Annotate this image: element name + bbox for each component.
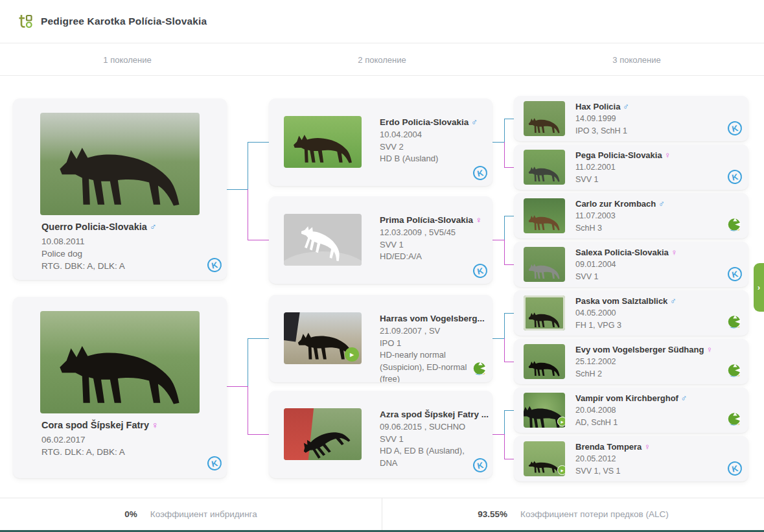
dog-titles: SVV 1 <box>575 174 728 186</box>
page-header: Pedigree Karotka Polícia-Slovakia <box>0 0 764 43</box>
connector-line <box>248 142 269 143</box>
dog-photo[interactable] <box>524 198 565 233</box>
dog-titles: IPO 3, SchH 1 <box>575 125 728 137</box>
connector-line <box>504 119 514 119</box>
pedigree-card-harras[interactable]: ▶ Harras vom Vogelsberg... 21.09.2007 , … <box>269 295 492 382</box>
k-database-badge-icon[interactable]: K <box>472 165 489 181</box>
dog-name[interactable]: Prima Polícia-Slovakia ♀ <box>380 215 483 225</box>
video-play-icon[interactable]: ▶ <box>557 417 565 426</box>
working-dog-badge-icon[interactable] <box>726 411 742 427</box>
pedigree-card-pega[interactable]: Pega Policia-Slovakia ♀ 11.02.2001 SVV 1… <box>514 145 748 190</box>
k-database-badge-icon[interactable]: K <box>726 120 743 137</box>
inbreeding-stat: 0% Коэффициент инбридинга <box>0 498 382 530</box>
connector-line <box>504 313 505 338</box>
dog-name[interactable]: Salexa Policia-Slovakia ♀ <box>575 248 728 257</box>
connector-line <box>504 216 514 216</box>
dog-info: Harras vom Vogelsberg... 21.09.2007 , SV… <box>380 314 483 382</box>
dog-photo[interactable] <box>284 408 362 460</box>
k-database-badge-icon[interactable]: K <box>206 257 223 273</box>
pedigree-card-paska[interactable]: Paska vom Salztalblick ♂ 04.05.2000 FH 1… <box>514 290 748 336</box>
expand-panel-tab[interactable]: › <box>754 263 764 312</box>
connector-line <box>492 338 504 339</box>
page-title: Pedigree Karotka Polícia-Slovakia <box>41 16 207 27</box>
dog-photo-placeholder[interactable] <box>284 214 362 266</box>
dog-name[interactable]: Azra spod Šípskej Fatry ... <box>380 410 483 419</box>
dog-photo[interactable]: ▶ <box>524 393 565 428</box>
dog-info: Carlo zur Krombach ♂ 11.07.2003 SchH 3 <box>575 199 728 235</box>
pedigree-card-vampir[interactable]: ▶ Vampir vom Kirchberghof ♂ 20.04.2008 A… <box>514 387 748 433</box>
dog-titles: SVV 1 <box>380 434 483 446</box>
k-database-badge-icon[interactable]: K <box>726 168 743 185</box>
pedigree-card-hax[interactable]: Hax Policia ♂ 14.09.1999 IPO 3, SchH 1 K <box>514 96 748 141</box>
dog-photo[interactable]: ▶ <box>284 312 362 364</box>
dog-name[interactable]: Hax Policia ♂ <box>575 102 728 111</box>
connector-line <box>504 313 514 314</box>
inbreeding-value: 0% <box>124 509 137 519</box>
pedigree-card-prima[interactable]: Prima Polícia-Slovakia ♀ 12.03.2009 , 5V… <box>269 196 492 284</box>
dog-photo[interactable] <box>524 101 565 136</box>
pedigree-card-cora[interactable]: Cora spod Šípskej Fatry ♀ 06.02.2017 RTG… <box>13 297 227 478</box>
pedigree-card-salexa[interactable]: Salexa Policia-Slovakia ♀ 09.01.2004 SVV… <box>514 242 748 287</box>
app-logo-icon[interactable] <box>18 14 32 29</box>
dog-photo[interactable] <box>40 113 200 215</box>
dog-photo[interactable]: ▶ <box>524 441 565 476</box>
working-dog-badge-icon[interactable] <box>472 361 487 376</box>
connector-line <box>227 189 248 190</box>
inbreeding-label: Коэффициент инбридинга <box>150 509 257 519</box>
connector-line <box>504 362 514 362</box>
dog-photo[interactable] <box>524 247 565 282</box>
female-gender-icon: ♀ <box>152 420 159 430</box>
video-play-icon[interactable]: ▶ <box>345 347 359 362</box>
working-dog-badge-icon[interactable] <box>726 363 742 378</box>
dog-name[interactable]: Erdo Policia-Slovakia ♂ <box>380 117 483 127</box>
pedigree-card-evy[interactable]: Evy vom Vogelsberger Südhang ♀ 25.12.200… <box>514 339 748 384</box>
dog-photo[interactable] <box>524 150 565 185</box>
pedigree-card-erdo[interactable]: Erdo Policia-Slovakia ♂ 10.04.2004 SVV 2… <box>269 98 492 186</box>
alc-label: Коэффициент потери предков (ALC) <box>520 509 669 519</box>
dog-info: Prima Polícia-Slovakia ♀ 12.03.2009 , 5V… <box>380 215 483 263</box>
dog-name[interactable]: Carlo zur Krombach ♂ <box>575 199 728 209</box>
dog-dob: 11.07.2003 <box>575 210 728 222</box>
dog-photo[interactable] <box>524 295 565 330</box>
pedigree-card-querro[interactable]: Querro Policia-Slovakia ♂ 10.08.2011 Pol… <box>13 98 227 280</box>
dog-titles: SVV 1, VS 1 <box>575 465 728 478</box>
male-gender-icon: ♂ <box>623 102 629 111</box>
dog-titles: SVV 2 <box>380 141 483 154</box>
male-gender-icon: ♂ <box>681 393 688 403</box>
pedigree-card-azra[interactable]: Azra spod Šípskej Fatry ... 09.06.2015 ,… <box>269 391 492 478</box>
dog-name[interactable]: Pega Policia-Slovakia ♀ <box>575 150 728 160</box>
dog-info: Brenda Tompera ♀ 20.05.2012 SVV 1, VS 1 <box>575 442 728 478</box>
dog-photo[interactable] <box>524 344 565 379</box>
dog-info: Vampir vom Kirchberghof ♂ 20.04.2008 AD,… <box>575 393 728 429</box>
dog-titles: SchH 2 <box>575 368 728 380</box>
female-gender-icon: ♀ <box>476 215 482 225</box>
dog-name[interactable]: Paska vom Salztalblick ♂ <box>575 296 728 306</box>
dog-name[interactable]: Brenda Tompera ♀ <box>575 442 728 452</box>
pedigree-card-brenda[interactable]: ▶ Brenda Tompera ♀ 20.05.2012 SVV 1, VS … <box>514 436 748 481</box>
dog-photo[interactable] <box>40 311 200 413</box>
dog-name[interactable]: Harras vom Vogelsberg... <box>380 314 483 323</box>
dog-name[interactable]: Cora spod Šípskej Fatry ♀ <box>41 420 201 430</box>
k-database-badge-icon[interactable]: K <box>726 460 743 477</box>
pedigree-card-carlo[interactable]: Carlo zur Krombach ♂ 11.07.2003 SchH 3 <box>514 193 748 238</box>
connector-line <box>504 119 505 142</box>
dog-name[interactable]: Querro Policia-Slovakia ♂ <box>41 222 201 232</box>
k-database-badge-icon[interactable]: K <box>206 455 223 472</box>
connector-line <box>504 410 505 434</box>
connector-line <box>492 142 504 143</box>
dog-dob: 10.04.2004 <box>380 129 483 141</box>
dog-info: Cora spod Šípskej Fatry ♀ 06.02.2017 RTG… <box>41 420 201 458</box>
working-dog-badge-icon[interactable] <box>726 314 742 330</box>
dog-name[interactable]: Evy vom Vogelsberger Südhang ♀ <box>575 345 728 354</box>
dog-photo[interactable] <box>284 116 362 168</box>
video-play-icon[interactable]: ▶ <box>557 465 565 475</box>
k-database-badge-icon[interactable]: K <box>472 262 489 279</box>
dog-dob: 20.04.2008 <box>575 404 728 417</box>
male-gender-icon: ♂ <box>150 222 157 232</box>
k-database-badge-icon[interactable]: K <box>726 266 743 283</box>
dog-health: RTG. DBK: A, DLK: A <box>41 260 201 272</box>
dog-info: Erdo Policia-Slovakia ♂ 10.04.2004 SVV 2… <box>380 117 483 165</box>
working-dog-badge-icon[interactable] <box>726 217 742 233</box>
dog-info: Evy vom Vogelsberger Südhang ♀ 25.12.200… <box>575 345 728 380</box>
dog-name[interactable]: Vampir vom Kirchberghof ♂ <box>575 393 728 403</box>
